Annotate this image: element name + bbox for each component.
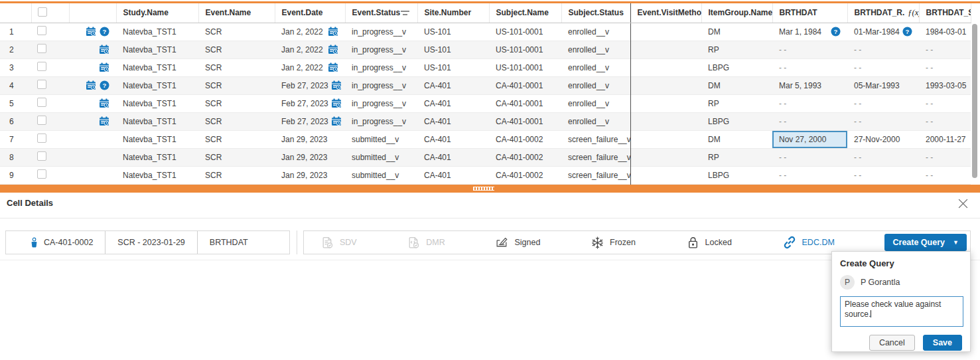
cell-itemgroup-name[interactable]: DM	[701, 23, 772, 41]
select-all-checkbox[interactable]	[38, 7, 47, 17]
table-header-event_date[interactable]: Event.Date	[275, 3, 345, 23]
cell-study-name[interactable]: Natevba_TST1	[116, 148, 198, 166]
cell-study-name[interactable]: Natevba_TST1	[116, 130, 198, 148]
cell-subject-status[interactable]: enrolled__v	[561, 76, 630, 94]
cell-event-name[interactable]: SCR	[198, 112, 275, 130]
close-panel-button[interactable]	[956, 197, 969, 210]
table-header-event_status[interactable]: Event.Status	[345, 3, 417, 23]
row-checkbox-box[interactable]	[37, 151, 46, 161]
table-header-brthdat[interactable]: BRTHDAT	[772, 3, 847, 23]
cell-brthdat[interactable]: - -	[772, 148, 847, 166]
cell-brthdat-si[interactable]: 1984-03-01	[919, 23, 971, 41]
cell-visit-method[interactable]	[630, 130, 701, 148]
cell-brthdat-r[interactable]: 05-Mar-1993	[847, 76, 919, 94]
panel-splitter[interactable]	[0, 185, 980, 193]
cell-event-status[interactable]: in_progress__v	[345, 112, 417, 130]
cell-event-status[interactable]: in_progress__v	[345, 41, 417, 58]
save-button[interactable]: Save	[923, 335, 962, 351]
table-header-itemgroup[interactable]: ItemGroup.Name	[701, 3, 772, 23]
cell-itemgroup-name[interactable]: LBPG	[701, 58, 772, 76]
cell-study-name[interactable]: Natevba_TST1	[116, 58, 198, 76]
cell-brthdat-si[interactable]: - -	[919, 58, 971, 76]
cell-brthdat-si[interactable]: - -	[919, 112, 971, 130]
cell-brthdat[interactable]: - -	[772, 94, 847, 112]
edc-link[interactable]: EDC.DM	[782, 235, 835, 250]
row-checkbox[interactable]	[31, 130, 69, 148]
row-checkbox-box[interactable]	[37, 169, 46, 179]
cell-visit-method[interactable]	[630, 23, 701, 41]
cell-itemgroup-name[interactable]: DM	[701, 130, 772, 148]
row-flags[interactable]	[69, 94, 116, 112]
cell-itemgroup-name[interactable]: RP	[701, 148, 772, 166]
cell-brthdat-r[interactable]: - -	[847, 94, 919, 112]
cell-event-name[interactable]: SCR	[198, 76, 275, 94]
cell-subject-status[interactable]: enrolled__v	[561, 58, 630, 76]
cell-event-name[interactable]: SCR	[198, 41, 275, 58]
cell-itemgroup-name[interactable]: RP	[701, 41, 772, 58]
cell-event-date[interactable]: Feb 27, 2023	[275, 94, 345, 112]
cell-event-name[interactable]: SCR	[198, 94, 275, 112]
row-flags[interactable]	[69, 41, 116, 58]
cell-subject-status[interactable]: enrolled__v	[561, 94, 630, 112]
cell-brthdat-si[interactable]: 2000-11-27	[919, 130, 971, 148]
cell-study-name[interactable]: Natevba_TST1	[116, 23, 198, 41]
cell-subject-status[interactable]: screen_failure__v	[561, 148, 630, 166]
cell-study-name[interactable]: Natevba_TST1	[116, 94, 198, 112]
table-header-row-number[interactable]	[0, 3, 31, 23]
cell-itemgroup-name[interactable]: LBPG	[701, 166, 772, 184]
cell-brthdat-si[interactable]: 1993-03-05	[919, 76, 971, 94]
cell-event-date[interactable]: Jan 2, 2022	[275, 58, 345, 76]
cell-event-date[interactable]: Feb 27, 2023	[275, 76, 345, 94]
cell-site-number[interactable]: CA-401	[417, 76, 489, 94]
row-checkbox-box[interactable]	[37, 62, 46, 71]
row-checkbox[interactable]	[31, 112, 69, 130]
row-checkbox[interactable]	[31, 76, 69, 94]
cell-subject-status[interactable]: enrolled__v	[561, 112, 630, 130]
cell-study-name[interactable]: Natevba_TST1	[116, 76, 198, 94]
cell-subject-status[interactable]: screen_failure__v	[561, 166, 630, 184]
locked-button[interactable]: Locked	[686, 236, 732, 250]
table-header-row-checkbox[interactable]	[31, 3, 69, 23]
cell-subject-name[interactable]: CA-401-0002	[489, 148, 561, 166]
cell-event-status[interactable]: in_progress__v	[345, 23, 417, 41]
cell-brthdat-si[interactable]: - -	[919, 41, 971, 58]
row-checkbox[interactable]	[31, 166, 69, 184]
row-checkbox[interactable]	[31, 41, 69, 58]
row-checkbox[interactable]	[31, 148, 69, 166]
row-flags[interactable]	[69, 58, 116, 76]
cell-site-number[interactable]: US-101	[417, 41, 489, 58]
row-checkbox[interactable]	[31, 23, 69, 41]
cell-brthdat-r[interactable]: 27-Nov-2000	[847, 130, 919, 148]
cell-event-status[interactable]: in_progress__v	[345, 76, 417, 94]
cell-event-status[interactable]: submitted__v	[345, 148, 417, 166]
cell-subject-name[interactable]: CA-401-0001	[489, 112, 561, 130]
cell-site-number[interactable]: CA-401	[417, 166, 489, 184]
cell-event-date[interactable]: Jan 29, 2023	[275, 166, 345, 184]
cell-brthdat[interactable]: Mar 5, 1993	[772, 76, 847, 94]
cell-brthdat[interactable]: Nov 27, 2000	[772, 130, 847, 148]
cell-study-name[interactable]: Natevba_TST1	[116, 166, 198, 184]
cell-brthdat-r[interactable]: 01-Mar-1984 ?	[847, 23, 919, 41]
row-checkbox-box[interactable]	[37, 26, 46, 35]
vertical-scrollbar[interactable]	[971, 23, 979, 185]
cell-brthdat[interactable]: - -	[772, 41, 847, 58]
cell-brthdat-si[interactable]: - -	[919, 148, 971, 166]
row-checkbox-box[interactable]	[37, 98, 46, 107]
cell-brthdat-r[interactable]: - -	[847, 166, 919, 184]
cell-event-date[interactable]: Jan 2, 2022	[275, 41, 345, 58]
table-header-site[interactable]: Site.Number	[417, 3, 489, 23]
question-icon[interactable]: ?	[831, 27, 841, 37]
cell-subject-name[interactable]: US-101-0001	[489, 58, 561, 76]
cell-event-name[interactable]: SCR	[198, 166, 275, 184]
table-header-brthdat_r[interactable]: BRTHDAT_R.ƒ(x)	[847, 3, 919, 23]
row-checkbox-box[interactable]	[37, 44, 46, 53]
scrollbar-thumb[interactable]	[972, 24, 977, 178]
query-comment-input[interactable]: Please check value against source.	[840, 296, 963, 327]
row-flags[interactable]	[69, 166, 116, 184]
cell-subject-name[interactable]: US-101-0001	[489, 23, 561, 41]
cell-event-name[interactable]: SCR	[198, 130, 275, 148]
cell-brthdat-r[interactable]: - -	[847, 41, 919, 58]
cell-subject-status[interactable]: enrolled__v	[561, 23, 630, 41]
table-header-row-flags[interactable]	[69, 3, 116, 23]
cell-event-date[interactable]: Jan 29, 2023	[275, 148, 345, 166]
